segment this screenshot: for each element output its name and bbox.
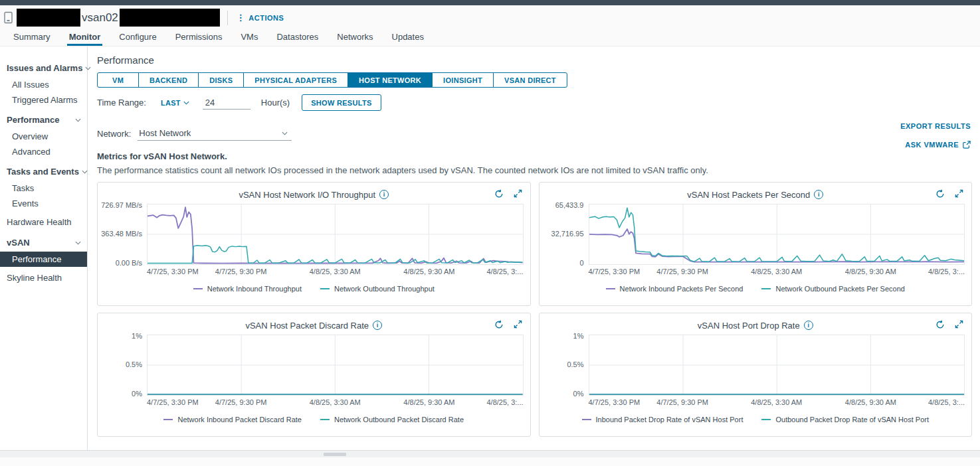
sidebar-item-performance[interactable]: Performance [0,252,87,267]
y-axis-tick: 0.5% [567,360,583,368]
sidebar-item-label: Issues and Alarms [7,63,82,73]
nav-tab-networks[interactable]: Networks [328,30,382,46]
y-axis: 1%0.5%0% [104,335,147,396]
nav-tab-vms[interactable]: VMs [231,30,267,46]
monitor-sidebar: Issues and AlarmsAll IssuesTriggered Ala… [0,46,88,450]
info-icon[interactable]: i [373,321,382,330]
sidebar-item-label: Tasks [12,183,34,193]
time-range-value-input[interactable] [203,96,250,110]
nav-tab-configure[interactable]: Configure [110,30,165,46]
entity-name: vsan02 [82,11,118,25]
actions-label: ACTIONS [248,14,284,22]
info-icon[interactable]: i [814,190,823,199]
vsphere-client-window: { "colors": { "accent_blue": "#0072A3", … [0,0,980,466]
chart-header: vSAN Host Packet Discard Rate i [104,319,524,332]
chart-title-wrap: vSAN Host Network I/O Throughput i [239,190,389,200]
x-axis: 4/7/25, 3:30 PM4/7/25, 9:30 PM4/8/25, 3:… [147,268,524,277]
cluster-icon [3,11,13,24]
plot-svg [589,204,965,264]
chevron-down-icon [75,118,81,122]
view-tab-vsan-direct[interactable]: VSAN DIRECT [493,72,567,88]
sidebar-item-advanced[interactable]: Advanced [0,144,87,159]
legend-label: Outbound Packet Drop Rate of vSAN Host P… [775,416,929,424]
nav-tab-monitor[interactable]: Monitor [60,30,110,46]
chart-body: 726.97 MB/s363.48 MB/s0.00 B/s [104,204,524,265]
expand-icon[interactable] [514,320,522,329]
show-results-button[interactable]: SHOW RESULTS [302,94,381,111]
refresh-icon[interactable] [494,189,504,198]
refresh-icon[interactable] [935,320,945,329]
x-axis: 4/7/25, 3:30 PM4/7/25, 9:30 PM4/8/25, 3:… [147,398,524,408]
chart-body: 65,433.932,716.950 [546,204,965,265]
y-axis: 65,433.932,716.950 [546,204,589,265]
sidebar-item-issues-and-alarms[interactable]: Issues and Alarms [0,58,87,77]
x-axis-tick: 4/7/25, 9:30 PM [215,268,267,275]
refresh-icon[interactable] [935,189,945,198]
y-axis-tick: 1% [573,332,584,340]
plot-area[interactable] [147,204,524,265]
sidebar-item-label: vSAN [7,238,30,248]
actions-button[interactable]: ⋮ACTIONS [237,13,284,23]
sidebar-item-performance[interactable]: Performance [0,110,87,129]
sidebar-item-tasks-and-events[interactable]: Tasks and Events [0,162,87,181]
nav-tab-updates[interactable]: Updates [383,30,433,46]
info-icon[interactable]: i [379,190,389,199]
x-axis-tick: 4/7/25, 9:30 PM [656,398,708,406]
chart-legend: Inbound Packet Drop Rate of vSAN Host Po… [546,416,965,424]
chart-legend: Network Inbound ThroughputNetwork Outbou… [104,285,524,293]
chart-header: vSAN Host Network I/O Throughput i [104,188,524,201]
view-tab-backend[interactable]: BACKEND [138,72,199,88]
legend-swatch [320,419,330,420]
nav-tab-permissions[interactable]: Permissions [166,30,232,46]
sidebar-item-all-issues[interactable]: All Issues [0,77,87,92]
legend-swatch [761,419,771,420]
bottom-panel [0,450,980,466]
info-icon[interactable]: i [804,321,813,330]
chart-card-vsan-host-packets-per-second: vSAN Host Packets Per Second i 65,433.93… [539,182,973,306]
sidebar-item-label: Triggered Alarms [12,95,78,105]
x-axis-tick: 4/8/25, 9:30 AM [845,398,896,406]
view-tab-host-network[interactable]: HOST NETWORK [347,72,433,88]
sidebar-item-label: Events [12,198,39,208]
plot-svg [147,335,523,395]
legend-swatch [163,419,173,420]
legend-swatch [606,288,615,289]
sidebar-item-label: Skyline Health [7,273,62,283]
sidebar-item-label: Overview [12,131,48,141]
sidebar-item-triggered-alarms[interactable]: Triggered Alarms [0,92,87,108]
plot-area[interactable] [589,335,965,396]
time-range-mode-dropdown[interactable]: LAST [161,99,189,107]
expand-icon[interactable] [955,320,963,329]
expand-icon[interactable] [955,189,963,198]
metrics-heading: Metrics for vSAN Host Network. [97,151,972,161]
sidebar-item-events[interactable]: Events [0,196,87,211]
sidebar-item-label: Performance [7,115,59,125]
chart-card-vsan-host-port-drop-rate: vSAN Host Port Drop Rate i 1%0.5%0% 4/7/… [539,313,973,437]
sidebar-item-hardware-health[interactable]: Hardware Health [0,212,87,230]
sidebar-item-vsan[interactable]: vSAN [0,233,87,252]
legend-item-network-outbound-packets-per-second: Network Outbound Packets Per Second [761,285,904,293]
sidebar-item-label: Hardware Health [7,217,72,227]
network-select[interactable]: Host Network [138,127,292,141]
nav-tab-summary[interactable]: Summary [4,30,60,46]
export-results-link[interactable]: EXPORT RESULTS [900,122,971,130]
ask-vmware-link[interactable]: ASK VMWARE [905,141,971,149]
view-tab-vm[interactable]: VM [97,72,139,88]
plot-area[interactable] [147,335,524,396]
view-tab-disks[interactable]: DISKS [198,72,244,88]
view-tab-physical-adapters[interactable]: PHYSICAL ADAPTERS [243,72,348,88]
ask-vmware-label: ASK VMWARE [905,141,959,149]
sidebar-item-overview[interactable]: Overview [0,129,87,144]
chart-header: vSAN Host Port Drop Rate i [546,319,965,332]
chart-title: vSAN Host Packets Per Second [687,190,810,200]
view-tab-ioinsight[interactable]: IOINSIGHT [432,72,494,88]
panel-resize-handle[interactable] [324,453,346,456]
x-axis-tick: 4/8/25, 3:... [486,268,523,275]
nav-tab-datastores[interactable]: Datastores [267,30,328,46]
sidebar-item-tasks[interactable]: Tasks [0,181,87,196]
refresh-icon[interactable] [494,320,504,329]
expand-icon[interactable] [514,189,522,198]
x-axis-tick: 4/8/25, 9:30 AM [403,268,454,275]
sidebar-item-skyline-health[interactable]: Skyline Health [0,268,87,286]
plot-area[interactable] [589,204,965,265]
